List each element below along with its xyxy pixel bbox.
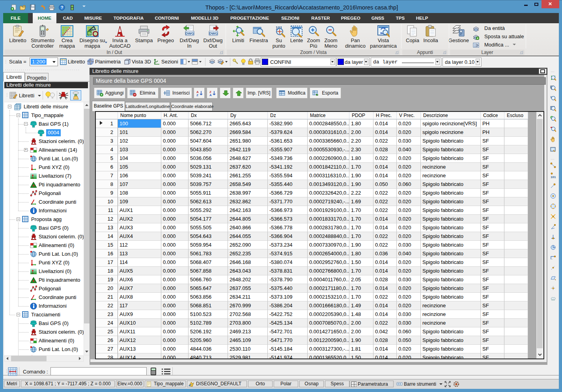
svg-text:DWG: DWG — [185, 32, 194, 35]
svg-text:101: 101 — [551, 175, 556, 178]
svg-text:Z: Z — [196, 93, 198, 97]
svg-text:A: A — [209, 93, 212, 97]
svg-text:?: ? — [61, 5, 63, 10]
svg-text:DWG: DWG — [209, 32, 218, 35]
